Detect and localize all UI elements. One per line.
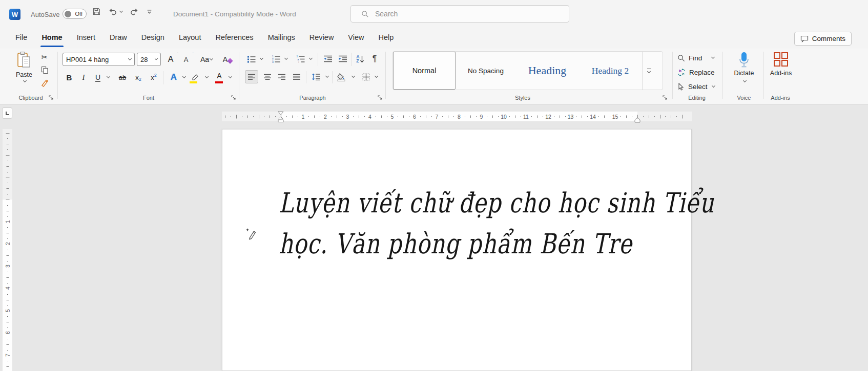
- tab-insert[interactable]: Insert: [70, 29, 102, 46]
- highlight-button[interactable]: [189, 70, 202, 84]
- font-size-combo[interactable]: [137, 53, 161, 66]
- show-marks-button[interactable]: ¶: [369, 52, 380, 66]
- autosave-toggle[interactable]: Off: [63, 9, 87, 19]
- underline-button[interactable]: U: [92, 71, 104, 83]
- bullets-dropdown[interactable]: [258, 53, 264, 65]
- shrink-font-button[interactable]: Aˇ: [179, 53, 193, 66]
- vertical-ruler[interactable]: 1234567: [3, 129, 12, 371]
- align-right-button[interactable]: [275, 70, 288, 83]
- font-color-dropdown[interactable]: [226, 71, 233, 83]
- document-text-line[interactable]: Luyện viết chữ đẹp cho học sinh Tiểu: [279, 187, 714, 219]
- ruler-tick: [643, 116, 644, 117]
- tab-draw[interactable]: Draw: [102, 29, 134, 46]
- ruler-tick: [409, 116, 409, 117]
- cut-button[interactable]: ✂: [39, 52, 50, 63]
- style-normal[interactable]: Normal: [393, 52, 456, 90]
- strikethrough-button[interactable]: ab: [116, 71, 129, 83]
- tab-stop-left-icon: [6, 112, 9, 115]
- document-page[interactable]: Luyện viết chữ đẹp cho học sinh Tiểu học…: [222, 129, 692, 371]
- word-app-icon[interactable]: W: [9, 9, 20, 20]
- tab-references[interactable]: References: [208, 29, 260, 46]
- paste-button[interactable]: Paste: [12, 51, 36, 92]
- pilcrow-glyph: ¶: [373, 54, 377, 63]
- change-case-button[interactable]: Aa: [197, 53, 216, 66]
- sort-button[interactable]: A Z: [354, 52, 367, 66]
- customize-qat-button[interactable]: [146, 8, 153, 15]
- select-button[interactable]: Select: [677, 80, 715, 93]
- numbering-dropdown[interactable]: [282, 53, 289, 65]
- increase-indent-button[interactable]: [336, 53, 349, 65]
- tab-design[interactable]: Design: [134, 29, 172, 46]
- format-painter-button[interactable]: [39, 77, 50, 89]
- text-effects-button[interactable]: A: [167, 71, 180, 83]
- microphone-icon: [738, 52, 750, 68]
- font-name-input[interactable]: [66, 56, 129, 63]
- paragraph-dialog-launcher-icon[interactable]: [377, 95, 383, 101]
- tab-stop-selector[interactable]: [2, 107, 12, 119]
- ruler-tick: [387, 116, 387, 117]
- justify-button[interactable]: [290, 70, 303, 83]
- styles-more-button[interactable]: [642, 52, 655, 90]
- ruler-tick: [7, 238, 8, 239]
- line-spacing-dropdown[interactable]: [323, 70, 330, 83]
- text-effects-dropdown[interactable]: [180, 71, 187, 83]
- save-button[interactable]: [92, 7, 101, 16]
- style-heading2[interactable]: Heading 2: [578, 52, 642, 90]
- search-input[interactable]: [375, 10, 544, 18]
- italic-button[interactable]: I: [78, 71, 89, 83]
- tab-view[interactable]: View: [341, 29, 371, 46]
- style-heading1[interactable]: Heading: [516, 52, 578, 90]
- document-text-line[interactable]: học. Văn phòng phẩm Bến Tre: [279, 228, 632, 260]
- ruler-tick: [453, 116, 454, 117]
- styles-dialog-launcher-icon[interactable]: [662, 95, 668, 101]
- decrease-indent-button[interactable]: [321, 53, 335, 65]
- superscript-button[interactable]: x 2: [148, 71, 160, 83]
- paste-dropdown-chevron-icon[interactable]: [23, 79, 26, 82]
- shading-button[interactable]: [335, 70, 349, 83]
- borders-button[interactable]: [359, 70, 373, 83]
- multilevel-dropdown[interactable]: [307, 53, 314, 65]
- horizontal-ruler[interactable]: 123456789101112131415: [222, 112, 692, 121]
- tab-help[interactable]: Help: [371, 29, 401, 46]
- copy-button[interactable]: [39, 64, 50, 76]
- font-size-input[interactable]: [140, 56, 155, 63]
- comments-button[interactable]: Comments: [794, 32, 852, 46]
- find-button[interactable]: Find: [677, 52, 714, 64]
- addins-button[interactable]: Add-ins: [767, 52, 795, 77]
- copilot-pen-icon[interactable]: [244, 227, 257, 240]
- subscript-button[interactable]: x 2: [132, 71, 144, 83]
- undo-dropdown-chevron-icon[interactable]: [119, 9, 123, 12]
- bullets-button[interactable]: [245, 53, 257, 65]
- align-left-button[interactable]: [245, 70, 258, 83]
- tab-home-label: Home: [42, 33, 62, 41]
- bold-button[interactable]: B: [64, 71, 75, 83]
- tab-home[interactable]: Home: [34, 29, 69, 46]
- replace-button[interactable]: b c Replace: [677, 66, 715, 78]
- undo-button[interactable]: [108, 7, 122, 16]
- borders-dropdown[interactable]: [373, 70, 379, 83]
- multilevel-list-button[interactable]: 1 a i: [294, 53, 306, 65]
- font-dialog-launcher-icon[interactable]: [231, 95, 237, 101]
- tab-mailings[interactable]: Mailings: [261, 29, 302, 46]
- ruler-number: 7: [433, 113, 441, 119]
- numbering-button[interactable]: 1 2 3: [270, 53, 282, 65]
- font-color-button[interactable]: A: [213, 70, 225, 84]
- align-center-button[interactable]: [261, 70, 274, 83]
- clipboard-dialog-launcher-icon[interactable]: [48, 95, 54, 101]
- shading-dropdown[interactable]: [349, 70, 356, 83]
- tab-layout[interactable]: Layout: [172, 29, 209, 46]
- search-box[interactable]: [350, 5, 569, 23]
- underline-dropdown[interactable]: [104, 71, 111, 83]
- paste-label: Paste: [16, 71, 32, 78]
- line-spacing-button[interactable]: [309, 70, 323, 83]
- dictate-button[interactable]: Dictate: [730, 52, 758, 82]
- tab-file[interactable]: File: [8, 29, 34, 46]
- highlight-dropdown[interactable]: [203, 71, 209, 83]
- tab-review[interactable]: Review: [302, 29, 341, 46]
- dictate-chevron-icon[interactable]: [742, 79, 746, 82]
- style-no-spacing[interactable]: No Spacing: [456, 52, 516, 90]
- clear-formatting-button[interactable]: A: [220, 53, 235, 66]
- redo-button[interactable]: [130, 7, 139, 16]
- font-name-combo[interactable]: [63, 53, 135, 66]
- grow-font-button[interactable]: Aˆ: [164, 53, 177, 66]
